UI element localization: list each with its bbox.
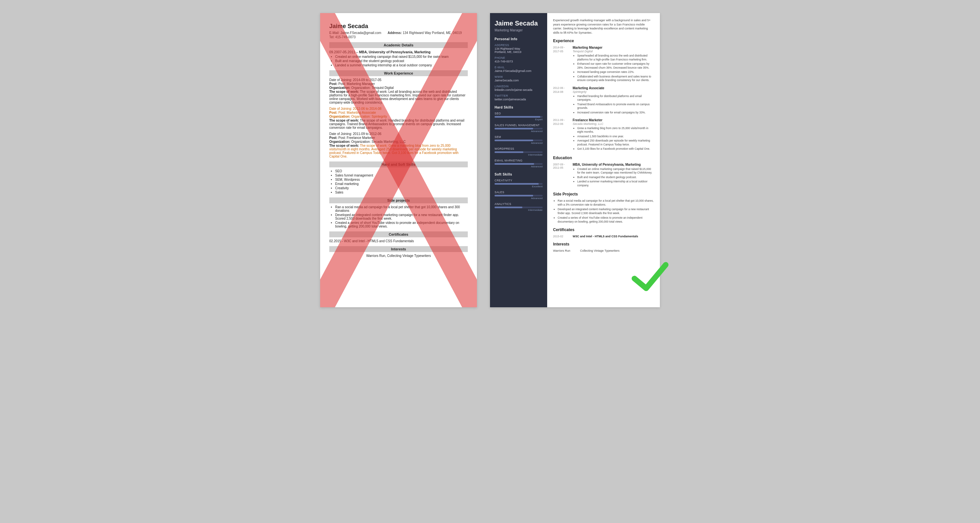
contact-www: WWW JaimeSecada.com (495, 75, 542, 82)
work2-post: Post: Post: Marketing Associate (329, 111, 468, 115)
tel-label: Tel: (329, 35, 334, 39)
exp-date-1: 2014-09 - 2017-05 (553, 46, 573, 83)
right-title: Marketing Manager (495, 29, 542, 32)
side-projects-list: Ran a social media ad campaign for a loc… (329, 205, 468, 228)
right-cert-entry: 2015-02 W3C and Intel - HTML5 and CSS Fu… (553, 235, 654, 238)
academic-bullet-1: Created an online marketing campaign tha… (335, 55, 468, 59)
work-entry-2: Date of Joining: 2012-06 to 2014-08 Post… (329, 107, 468, 129)
exp-job-2: 2012-06 - 2014-08 Marketing Associate Sp… (553, 86, 654, 115)
analytics-bar-fill (495, 207, 522, 208)
creativity-bar-fill (495, 183, 539, 185)
skill-4: Email marketing (335, 182, 468, 186)
skills-header: Hard and Soft Skills (329, 161, 468, 167)
exp1-bullets: Spearheaded all branding across the web … (573, 54, 654, 82)
www-label: WWW (495, 75, 542, 78)
edu-date-1: 2007-09 - 2011-05 (553, 163, 573, 188)
twitter-value: twitter.com/jaimesecada (495, 98, 542, 101)
exp2-bullets: Handled branding for distributed platfor… (573, 94, 654, 115)
edu-entry-1: 2007-09 - 2011-05 MBA, University of Pen… (553, 163, 654, 188)
contact-address: Address 134 Rightward WayPortland, ME, 0… (495, 43, 542, 54)
side-projects-header: Side projects (329, 198, 468, 203)
contact-phone: Phone 415-749-0073 (495, 56, 542, 63)
sfm-bar-fill (495, 128, 533, 129)
analytics-bar-bg (495, 207, 542, 208)
skills-list: SEO Sales funnel management SEM, Wordpre… (329, 169, 468, 194)
sp-2: Developed an integrated content marketin… (335, 213, 468, 220)
cert-entry: 02.2015 - W3C and Intel - HTML5 and CSS … (329, 239, 468, 243)
work2-scope: The scope of work: The scope of work: Ha… (329, 119, 468, 129)
exp-detail-2: Marketing Associate Spintegrity Handled … (573, 86, 654, 115)
side-projects-title: Side Projects (553, 192, 654, 196)
sp-1: Ran a social media ad campaign for a loc… (335, 205, 468, 212)
exp-date-3: 2011-09 - 2012-06 (553, 118, 573, 151)
contact-linkedin: LinkedIn linkedin.com/in/jaime-secada (495, 85, 542, 91)
sfm-bar-bg (495, 128, 542, 129)
certificates-title: Certificates (553, 228, 654, 232)
exp-detail-3: Freelance Marketer Secada Marketing, LLC… (573, 118, 654, 151)
edu-detail-1: MBA, University of Pennsylvania, Marketi… (573, 163, 654, 188)
skill-wordpress: WORDPRESS Intermediate (495, 147, 542, 156)
www-value: JaimeSecada.com (495, 79, 542, 82)
academic-date: 09.2007-05.2011 – (329, 50, 358, 54)
interests-value: Warriors Run, Collecting Vintage Typewri… (329, 254, 468, 258)
interests-row: Warriors Run Collecting Vintage Typewrit… (553, 249, 654, 252)
right-side-projects: Ran a social media ad campaign for a loc… (553, 199, 654, 223)
skill-6: Sales (335, 191, 468, 194)
work1-scope: The scope of work: The scope of work: Le… (329, 90, 468, 104)
skill-sem: SEM Advanced (495, 136, 542, 145)
work3-scope: The scope of work: The scope of work: Gr… (329, 144, 468, 158)
academic-bullets: Created an online marketing campaign tha… (329, 55, 468, 67)
em-bar-bg (495, 163, 542, 165)
address-value: 134 Rightward Way Portland, ME, 04019 (403, 31, 462, 35)
edu-bullets: Created an online marketing campaign tha… (573, 167, 654, 187)
em-bar-fill (495, 163, 534, 165)
left-email-line: E-Mail: Jaime.FSecada@gmail.com Address:… (329, 31, 468, 35)
exp-date-2: 2012-06 - 2014-08 (553, 86, 573, 115)
experience-title: Experience (553, 38, 654, 43)
skill-seo: SEO Expert (495, 112, 542, 121)
sales-bar-bg (495, 195, 542, 196)
exp-detail-1: Marketing Manager Tenquist Digital Spear… (573, 46, 654, 83)
academic-bullet-2: Built and managed the student geology po… (335, 59, 468, 63)
hard-skills-header: Hard Skills (495, 105, 542, 109)
right-name: Jaime Secada (495, 20, 542, 27)
sales-bar-fill (495, 195, 533, 196)
work1-post: Post: Post: Marketing Manager (329, 82, 468, 86)
skill-2: Sales funnel management (335, 174, 468, 177)
address-value-right: 134 Rightward WayPortland, ME, 04019 (495, 47, 542, 54)
work3-post: Post: Post: Freelance Marketer (329, 136, 468, 140)
sp-3: Created a series of short YouTube videos… (335, 221, 468, 228)
skill-sales: SALES Advanced (495, 191, 542, 200)
address-label-right: Address (495, 43, 542, 47)
academic-header: Academic Details (329, 42, 468, 48)
work1-org: Organization: Organization: Tenquist Dig… (329, 86, 468, 89)
skill-5: Creativity (335, 186, 468, 190)
soft-skills-header: Soft Skills (495, 172, 542, 176)
contact-twitter: Twitter twitter.com/jaimesecada (495, 94, 542, 101)
work3-date: Date of Joining: 2011-09 to 2012-06 (329, 132, 468, 136)
creativity-bar-bg (495, 183, 542, 185)
exp-job-3: 2011-09 - 2012-06 Freelance Marketer Sec… (553, 118, 654, 151)
work-entry-1: Date of Joining: 2014-09 to 2017-05 Post… (329, 78, 468, 104)
address-label: Address: (388, 31, 402, 35)
resume-left: Jaime Secada E-Mail: Jaime.FSecada@gmail… (320, 13, 477, 307)
skill-analytics: ANALYTICS Intermediate (495, 203, 542, 212)
left-name: Jaime Secada (329, 23, 468, 30)
left-tel-line: Tel: 415-749-0073 (329, 35, 468, 39)
phone-value: 415-749-0073 (495, 60, 542, 63)
sem-bar-fill (495, 140, 533, 141)
skill-3: SEM, Wordpress (335, 178, 468, 182)
resume-right: Jaime Secada Marketing Manager Personal … (490, 13, 660, 307)
twitter-label: Twitter (495, 94, 542, 97)
linkedin-value: linkedin.com/in/jaime-secada (495, 88, 542, 91)
academic-bullet-3: Landed a summer marketing internship at … (335, 64, 468, 67)
phone-label: Phone (495, 56, 542, 59)
academic-degree: MBA, University of Pennsylvania, Marketi… (359, 50, 431, 54)
exp3-bullets: Grew a marketing blog from zero to 25,00… (573, 126, 654, 151)
seo-bar-bg (495, 116, 542, 118)
work1-date: Date of Joining: 2014-09 to 2017-05 (329, 78, 468, 82)
main-content: Experienced growth marketing manager wit… (547, 13, 660, 307)
skill-creativity: CREATIVITY Excellent (495, 179, 542, 188)
exp-job-1: 2014-09 - 2017-05 Marketing Manager Tenq… (553, 46, 654, 83)
email-label: E-Mail: (329, 31, 339, 35)
